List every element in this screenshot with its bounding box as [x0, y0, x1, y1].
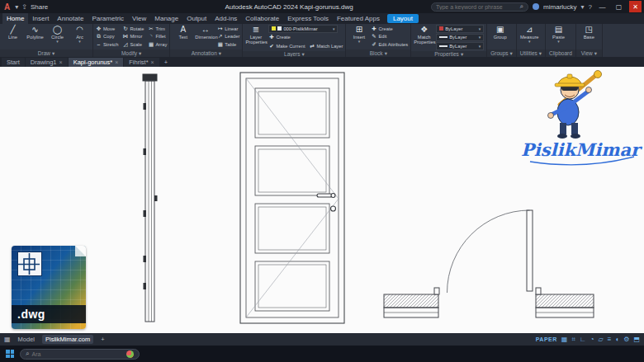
lineweight-dropdown[interactable]: ByLayer ▾ — [436, 34, 484, 42]
help-search-input[interactable] — [436, 4, 518, 10]
panel-title-annotation[interactable]: Annotation ▾ — [170, 49, 242, 57]
clean-screen-icon[interactable]: ⬒ — [633, 336, 640, 343]
layout-button[interactable]: Layout — [387, 14, 419, 23]
fihrist-close-icon[interactable]: × — [151, 59, 154, 65]
rotate-button[interactable]: ↻Rotate — [122, 25, 144, 33]
file-tab-fihrist[interactable]: Fihrist* × — [124, 58, 159, 67]
file-tab-start[interactable]: Start — [2, 58, 25, 67]
panel-title-modify[interactable]: Modify ▾ — [93, 49, 169, 57]
line-button[interactable]: ╱ Line — [2, 25, 23, 40]
quick-access-caret-icon[interactable]: ▾ — [15, 3, 18, 11]
arc-button[interactable]: ◠ Arc ▾ — [69, 25, 90, 44]
share-button[interactable]: Share — [31, 3, 48, 11]
model-tab[interactable]: Model — [15, 335, 38, 344]
layer-create-button[interactable]: ✚Create — [268, 34, 343, 42]
dimension-button[interactable]: ↔ Dimension — [195, 25, 215, 40]
user-avatar[interactable] — [533, 3, 539, 10]
tab-view[interactable]: View — [128, 13, 150, 24]
help-search[interactable]: ⌕ — [431, 2, 528, 12]
new-drawing-tab-button[interactable]: + — [160, 58, 172, 67]
block-create-button[interactable]: ✚Create — [371, 25, 408, 33]
layout-tab-pislikmimar[interactable]: PislikMimar.com — [42, 335, 93, 344]
panel-title-groups[interactable]: Groups ▾ — [487, 49, 516, 57]
mirror-button[interactable]: ⋈Mirror — [122, 33, 144, 41]
make-current-button[interactable]: ✔Make Current — [268, 42, 305, 50]
panel-title-view[interactable]: View ▾ — [576, 49, 602, 57]
kapi-gorunus-close-icon[interactable]: × — [115, 59, 118, 65]
table-button[interactable]: ▦Table — [217, 40, 239, 49]
customization-gear-icon[interactable]: ⚙ — [623, 336, 629, 343]
layer-properties-button[interactable]: ≣ Layer Properties — [245, 25, 266, 50]
stretch-button[interactable]: ⇔Stretch — [96, 40, 118, 49]
taskbar-search-input[interactable] — [31, 351, 124, 357]
panel-title-clipboard[interactable]: Clipboard — [546, 49, 575, 57]
maximize-button[interactable]: ▢ — [613, 1, 625, 12]
polar-toggle-icon[interactable]: ◔ — [590, 336, 594, 343]
file-tab-kapi-gorunus[interactable]: Kapi-gorunus* × — [69, 58, 124, 67]
tab-manage[interactable]: Manage — [150, 13, 182, 24]
search-icon[interactable]: ⌕ — [520, 2, 523, 11]
insert-button[interactable]: ⊞ Insert ▾ — [348, 25, 369, 44]
user-menu-caret-icon[interactable]: ▾ — [581, 3, 585, 11]
tab-express-tools[interactable]: Express Tools — [283, 13, 333, 24]
panel-title-block[interactable]: Block ▾ — [346, 49, 410, 57]
isolate-objects-icon[interactable]: ◐ — [615, 336, 619, 343]
insert-caret-icon[interactable]: ▾ — [358, 40, 361, 44]
signed-in-user[interactable]: mimarlucky — [543, 3, 576, 11]
scale-button[interactable]: ◿Scale — [122, 40, 144, 49]
minimize-button[interactable]: — — [596, 1, 608, 12]
move-button[interactable]: ✥Move — [96, 25, 118, 33]
color-dropdown[interactable]: ByLayer ▾ — [436, 25, 484, 33]
edit-attributes-button[interactable]: ✐Edit Attributes — [371, 40, 408, 49]
tab-collaborate[interactable]: Collaborate — [241, 13, 283, 24]
copy-button[interactable]: ⧉Copy — [96, 33, 118, 41]
tab-annotate[interactable]: Annotate — [53, 13, 88, 24]
windows-start-button[interactable] — [6, 350, 14, 358]
layout-grid-icon[interactable]: ▦ — [4, 336, 11, 343]
measure-caret-icon[interactable]: ▾ — [528, 40, 531, 44]
arc-caret-icon[interactable]: ▾ — [78, 40, 81, 44]
space-indicator[interactable]: PAPER — [536, 336, 557, 342]
tab-output[interactable]: Output — [182, 13, 211, 24]
autocad-logo-icon[interactable]: A — [2, 2, 12, 12]
match-layer-button[interactable]: ⇄Match Layer — [310, 42, 343, 50]
paste-button[interactable]: ▤ Paste ▾ — [548, 25, 569, 44]
fillet-button[interactable]: ◝Fillet — [148, 33, 167, 41]
linear-button[interactable]: ↦Linear — [217, 25, 239, 33]
circle-button[interactable]: ◯ Circle ▾ — [47, 25, 68, 44]
match-properties-button[interactable]: ❖ Match Properties — [414, 25, 434, 45]
measure-button[interactable]: ⊿ Measure ▾ — [519, 25, 540, 44]
tab-insert[interactable]: Insert — [28, 13, 53, 24]
search-highlight-icon[interactable] — [126, 350, 134, 358]
help-icon[interactable]: ? — [589, 3, 592, 11]
osnap-toggle-icon[interactable]: ▱ — [599, 336, 604, 343]
drawing1-close-icon[interactable]: × — [59, 59, 63, 65]
leader-button[interactable]: ↗Leader — [217, 33, 239, 41]
grid-toggle-icon[interactable]: ▦ — [561, 336, 568, 343]
snap-toggle-icon[interactable]: ⌗ — [571, 336, 575, 344]
panel-title-layers[interactable]: Layers ▾ — [243, 51, 345, 58]
paste-caret-icon[interactable]: ▾ — [557, 40, 560, 44]
close-button[interactable]: ✕ — [629, 1, 642, 12]
array-button[interactable]: ▦Array — [148, 40, 167, 49]
polyline-button[interactable]: ∿ Polyline — [25, 25, 45, 40]
drawing-canvas[interactable]: PislikMimar .dwg — [0, 67, 644, 333]
block-edit-button[interactable]: ✎Edit — [371, 33, 408, 41]
new-layout-button[interactable]: + — [97, 335, 107, 344]
ortho-toggle-icon[interactable]: ∟ — [580, 336, 586, 343]
lineweight-toggle-icon[interactable]: ≡ — [608, 336, 612, 343]
panel-title-utilities[interactable]: Utilities ▾ — [517, 49, 545, 57]
panel-title-properties[interactable]: Properties ▾ — [411, 51, 486, 58]
tab-featured-apps[interactable]: Featured Apps — [333, 13, 384, 24]
trim-button[interactable]: ✂Trim — [148, 25, 167, 33]
tab-home[interactable]: Home — [2, 13, 28, 24]
base-button[interactable]: ◳ Base — [579, 25, 599, 40]
text-button[interactable]: A Text — [173, 25, 193, 40]
taskbar-search[interactable]: ⌕ — [20, 349, 140, 360]
tab-add-ins[interactable]: Add-ins — [211, 13, 241, 24]
circle-caret-icon[interactable]: ▾ — [56, 40, 59, 44]
layer-dropdown[interactable]: 000-PislikMimar ▾ — [268, 25, 338, 33]
group-button[interactable]: ▣ Group — [490, 25, 510, 40]
file-tab-drawing1[interactable]: Drawing1 × — [26, 58, 68, 67]
tab-parametric[interactable]: Parametric — [88, 13, 128, 24]
